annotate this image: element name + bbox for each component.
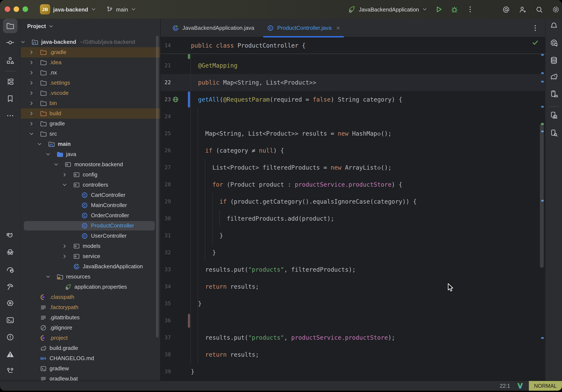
run-configuration-widget[interactable]: JavaBackendApplication	[348, 0, 427, 19]
chevron-down-icon[interactable]	[62, 182, 67, 188]
chevron-right-icon[interactable]	[29, 60, 34, 65]
ok-check-icon[interactable]	[532, 39, 539, 46]
code-editor[interactable]: 21 @GetMapping22 public Map<String, List…	[160, 37, 545, 380]
tree-item[interactable]: CProductController	[21, 221, 161, 231]
editor-scrollbar[interactable]	[540, 123, 544, 268]
tree-item[interactable]: service	[21, 251, 161, 261]
tool-button-problems[interactable]	[3, 330, 17, 344]
tree-item[interactable]: build.gradle	[21, 343, 161, 353]
project-tool-window[interactable]: Project java-backend~/Github/java-backen…	[20, 19, 161, 380]
tree-item[interactable]: CMainController	[21, 200, 161, 211]
chevron-right-icon[interactable]	[29, 50, 34, 55]
tool-button-hierarchy[interactable]	[3, 74, 17, 89]
tool-button-project[interactable]	[3, 19, 17, 33]
caret-position[interactable]: 22:1	[500, 383, 510, 389]
chevron-down-icon[interactable]	[45, 274, 50, 279]
tool-button-database[interactable]	[547, 53, 561, 68]
editor-tab[interactable]: JavaBackendApplication.java	[166, 19, 261, 37]
search-icon[interactable]	[535, 5, 543, 13]
tool-button-terminal[interactable]	[3, 313, 17, 327]
tree-item[interactable]: .idea	[21, 57, 161, 68]
tree-item[interactable]: build	[21, 108, 161, 119]
tree-item[interactable]: src	[21, 129, 161, 139]
debug-icon[interactable]	[450, 5, 459, 14]
tree-item[interactable]: resources	[21, 272, 161, 282]
tree-item[interactable]: models	[21, 241, 161, 251]
tree-item[interactable]: gradlew.bat	[21, 374, 161, 380]
chevron-down-icon[interactable]	[37, 142, 42, 147]
tree-item[interactable]: .factorypath	[21, 302, 161, 312]
tool-button-bookmarks[interactable]	[3, 91, 17, 106]
editor-tab[interactable]: CProductController.java×	[261, 19, 346, 37]
tree-item[interactable]: gradlew	[21, 364, 161, 374]
tree-item[interactable]: .gradle	[21, 47, 161, 57]
tool-button-notifications[interactable]	[547, 19, 561, 33]
more-vertical-icon[interactable]	[466, 5, 474, 14]
chevron-down-icon[interactable]	[54, 162, 59, 167]
branch-widget[interactable]: main	[106, 0, 136, 19]
tool-window-header[interactable]: Project	[27, 23, 54, 29]
tree-item[interactable]: config	[21, 170, 161, 180]
play-icon[interactable]	[434, 5, 443, 14]
tool-button-device-mirror[interactable]	[547, 108, 561, 122]
tree-item[interactable]: bin	[21, 98, 161, 108]
project-widget[interactable]: JB java-backend	[40, 0, 96, 19]
tool-button-incognito[interactable]	[3, 245, 17, 259]
tree-item[interactable]: java	[21, 149, 161, 159]
minimize-button[interactable]	[14, 6, 19, 12]
tree-item[interactable]: application.properties	[21, 282, 161, 292]
tool-button-services[interactable]	[3, 296, 17, 310]
tree-item[interactable]: java-backend~/Github/java-backend	[21, 37, 161, 47]
tree-item[interactable]: .project	[21, 333, 161, 343]
globe-endpoint-icon[interactable]	[172, 96, 179, 103]
chevron-right-icon[interactable]	[29, 91, 34, 96]
tree-item[interactable]: JavaBackendApplication	[21, 261, 161, 272]
tool-button-build-hammer[interactable]	[3, 279, 17, 294]
tree-item[interactable]: monostore.backend	[21, 159, 161, 170]
tool-button-warning[interactable]	[3, 347, 17, 361]
chevron-right-icon[interactable]	[62, 254, 67, 259]
tree-item[interactable]: COrderController	[21, 211, 161, 221]
tool-button-structure[interactable]	[3, 53, 17, 68]
chevron-down-icon[interactable]	[20, 39, 25, 45]
tool-button-gradle[interactable]	[547, 69, 561, 84]
chevron-right-icon[interactable]	[62, 244, 67, 249]
tree-item[interactable]: MCHANGELOG.md	[21, 353, 161, 364]
tool-button-more-horizontal[interactable]	[3, 108, 17, 123]
tree-item[interactable]: CCartController	[21, 190, 161, 200]
close-tab-icon[interactable]: ×	[336, 24, 340, 31]
tree-item[interactable]: .vscode	[21, 88, 161, 98]
close-button[interactable]	[5, 6, 10, 12]
add-user-icon[interactable]	[519, 5, 527, 13]
tool-button-ai-assistant[interactable]	[547, 36, 561, 50]
maximize-button[interactable]	[23, 6, 28, 12]
tool-button-commit[interactable]	[3, 35, 17, 50]
tree-item[interactable]: .gitignore	[21, 323, 161, 333]
tool-button-layout-inspector[interactable]	[547, 126, 561, 140]
tab-options-icon[interactable]	[531, 24, 539, 32]
settings-icon[interactable]	[552, 5, 560, 13]
tree-item[interactable]: .nx	[21, 68, 161, 78]
chevron-right-icon[interactable]	[29, 111, 34, 116]
tool-button-version-control[interactable]	[3, 364, 17, 378]
tree-item[interactable]: .classpath	[21, 292, 161, 302]
tree-item[interactable]: gradle	[21, 119, 161, 129]
ai-at-icon[interactable]	[502, 5, 510, 13]
chevron-right-icon[interactable]	[29, 80, 34, 85]
ideavim-icon[interactable]	[517, 383, 523, 389]
tool-button-profiler[interactable]	[3, 262, 17, 277]
tree-item[interactable]: main	[21, 139, 161, 149]
chevron-right-icon[interactable]	[29, 101, 34, 106]
tree-item[interactable]: controllers	[21, 180, 161, 190]
tree-item[interactable]: CUserController	[21, 231, 161, 241]
chevron-right-icon[interactable]	[62, 172, 67, 177]
chevron-right-icon[interactable]	[29, 121, 34, 126]
tool-button-running-devices[interactable]	[547, 87, 561, 101]
tree-item[interactable]: .gitattributes	[21, 312, 161, 323]
tree-item[interactable]: .settings	[21, 78, 161, 88]
tool-button-copilot-cat[interactable]	[3, 228, 17, 243]
chevron-down-icon[interactable]	[45, 152, 50, 157]
chevron-down-icon[interactable]	[29, 131, 34, 136]
tree-scrollbar[interactable]	[156, 36, 159, 338]
chevron-right-icon[interactable]	[29, 70, 34, 75]
